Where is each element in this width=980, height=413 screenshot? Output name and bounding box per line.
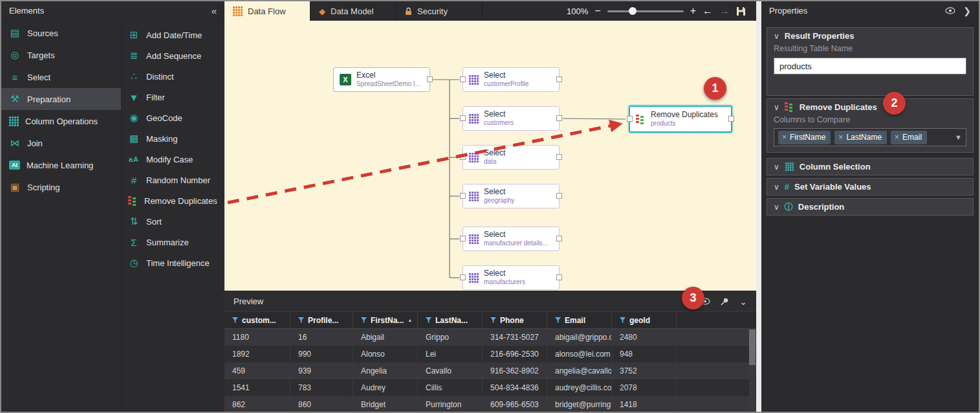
chip-lastname[interactable]: × LastName — [834, 131, 887, 144]
prep-item-sort[interactable]: ⇅ Sort — [122, 211, 224, 232]
resulting-table-name-input[interactable] — [774, 58, 966, 74]
tab-data-flow[interactable]: Data Flow — [224, 1, 310, 21]
back-arrow-button[interactable]: ← — [702, 5, 713, 17]
time-intelligence-icon: ◷ — [128, 257, 140, 269]
tab-data-model[interactable]: ◆ Data Model — [310, 1, 397, 21]
input-connector[interactable] — [460, 115, 466, 121]
input-connector[interactable] — [460, 193, 466, 199]
prep-item-label: Modify Case — [146, 155, 193, 164]
output-connector[interactable] — [556, 236, 562, 241]
save-icon[interactable] — [736, 6, 746, 16]
collapse-panel-icon[interactable]: « — [212, 5, 217, 16]
sidebar-item-sources[interactable]: ▤ Sources — [1, 22, 121, 44]
prep-item-time-intelligence[interactable]: ◷ Time Intelligence — [122, 252, 224, 273]
dropdown-arrow-icon[interactable]: ▼ — [955, 133, 962, 141]
table-row[interactable]: 1541 783 Audrey Cillis 504-834-4836 audr… — [224, 379, 756, 396]
collapse-properties-icon[interactable]: ❯ — [963, 6, 971, 16]
sidebar-item-scripting[interactable]: ▣ Scripting — [1, 176, 121, 198]
prep-item-add-datetime[interactable]: ⊞ Add Date/Time — [122, 25, 224, 45]
select-node-customers[interactable]: Select customers — [463, 106, 560, 131]
table-row[interactable]: 1892 990 Alonso Lei 216-696-2530 alonso@… — [224, 346, 756, 363]
prep-item-add-sequence[interactable]: ≣ Add Sequence — [122, 45, 224, 66]
prep-item-geocode[interactable]: ◉ GeoCode — [122, 107, 224, 128]
zoom-in-button[interactable]: + — [690, 5, 696, 17]
chip-email[interactable]: × Email — [891, 131, 927, 144]
pin-icon[interactable] — [721, 297, 729, 306]
prep-item-summarize[interactable]: Σ Summarize — [122, 232, 224, 252]
prep-item-random-number[interactable]: # Random Number — [122, 170, 224, 190]
panel-splitter[interactable] — [756, 1, 761, 413]
column-selection-section-header[interactable]: ∨ Column Selection — [767, 158, 974, 175]
remove-chip-icon[interactable]: × — [838, 133, 843, 142]
column-operations-icon — [9, 117, 19, 126]
prep-item-remove-duplicates[interactable]: Remove Duplicates — [122, 190, 224, 211]
column-header-geoid[interactable]: geoId — [612, 312, 677, 328]
remove-duplicates-node[interactable]: Remove Duplicates products — [629, 106, 732, 133]
scrollbar-thumb[interactable] — [749, 329, 756, 365]
table-row[interactable]: 459 939 Angelia Cavallo 916-362-8902 ang… — [224, 363, 756, 379]
input-connector[interactable] — [460, 236, 466, 241]
select-node-manufacturer-details[interactable]: Select manufacturer details... — [463, 227, 560, 251]
result-properties-section-header[interactable]: ∨ Result Properties — [767, 28, 973, 44]
remove-chip-icon[interactable]: × — [895, 133, 899, 142]
column-header-customerid[interactable]: custom... — [224, 312, 290, 328]
prep-item-distinct[interactable]: ∴ Distinct — [122, 66, 224, 87]
zoom-slider[interactable] — [607, 10, 684, 12]
sidebar-item-machine-learning[interactable]: AI Machine Learning — [1, 154, 121, 176]
column-header-firstname[interactable]: FirstNa... ▲ — [353, 312, 418, 328]
zoom-slider-thumb[interactable] — [629, 7, 637, 15]
column-header-lastname[interactable]: LastNa... — [418, 312, 483, 328]
set-variable-values-section-header[interactable]: ∨ # Set Variable Values — [767, 178, 974, 195]
column-header-email[interactable]: Email — [547, 312, 612, 328]
sidebar-item-join[interactable]: ⋈ Join — [1, 132, 121, 154]
cell: 939 — [290, 363, 353, 379]
output-connector[interactable] — [556, 76, 562, 82]
column-header-phone[interactable]: Phone — [483, 312, 547, 328]
sidebar-item-label: Join — [27, 139, 43, 148]
select-grid-icon — [469, 273, 479, 283]
columns-to-compare-combobox[interactable]: × FirstName × LastName × Email ▼ — [774, 128, 966, 146]
input-connector[interactable] — [460, 76, 466, 82]
select-node-geography[interactable]: Select geography — [463, 184, 560, 208]
remove-chip-icon[interactable]: × — [782, 133, 787, 142]
output-connector[interactable] — [556, 274, 562, 280]
sidebar-item-targets[interactable]: ◎ Targets — [1, 44, 121, 66]
output-connector[interactable] — [556, 115, 562, 121]
table-row[interactable]: 1180 16 Abigail Grippo 314-731-5027 abig… — [224, 329, 756, 346]
output-connector[interactable] — [556, 154, 562, 160]
output-connector[interactable] — [427, 76, 433, 82]
prep-item-filter[interactable]: ▼ Filter — [122, 87, 224, 107]
forward-arrow-button[interactable]: → — [719, 5, 730, 17]
sidebar-item-preparation[interactable]: ⚒ Preparation — [1, 88, 121, 110]
remove-duplicates-section-header[interactable]: ∨ Remove Duplicates — [767, 99, 973, 115]
collapse-preview-icon[interactable]: ⌄ — [739, 296, 747, 307]
sidebar-item-select[interactable]: ≡ Select — [1, 66, 121, 88]
node-title: Select — [484, 110, 514, 119]
sort-ascending-icon: ▲ — [408, 318, 412, 322]
node-title: Select — [484, 188, 514, 197]
column-header-label: Phone — [500, 316, 524, 325]
zoom-out-button[interactable]: − — [594, 5, 600, 17]
select-node-data[interactable]: Select data — [463, 145, 560, 170]
prep-item-masking[interactable]: ▦ Masking — [122, 128, 224, 149]
select-node-customer-profile[interactable]: Select customerProfile — [463, 67, 560, 92]
input-connector[interactable] — [460, 274, 466, 280]
eye-icon[interactable] — [945, 7, 955, 14]
select-node-manufacturers[interactable]: Select manufacturers — [463, 265, 560, 290]
output-connector[interactable] — [728, 116, 734, 122]
tab-security[interactable]: Security — [397, 1, 483, 21]
section-title: Result Properties — [785, 31, 855, 41]
excel-source-node[interactable]: X Excel SpreadSheetDemo I... — [333, 67, 430, 92]
output-connector[interactable] — [556, 193, 562, 199]
input-connector[interactable] — [460, 154, 466, 160]
description-section-header[interactable]: ∨ ⓘ Description — [767, 198, 974, 216]
prep-item-label: GeoCode — [146, 113, 182, 123]
prep-item-modify-case[interactable]: aA Modify Case — [122, 149, 224, 170]
sidebar-item-column-operations[interactable]: Column Operations — [1, 110, 121, 132]
preview-scrollbar[interactable] — [749, 329, 756, 413]
input-connector[interactable] — [627, 116, 633, 122]
column-header-profile[interactable]: Profile... — [290, 312, 353, 328]
chip-firstname[interactable]: × FirstName — [778, 131, 831, 144]
data-flow-canvas[interactable]: X Excel SpreadSheetDemo I... Select cust… — [224, 21, 756, 291]
table-row[interactable]: 862 860 Bridget Purrington 609-965-6503 … — [224, 396, 756, 413]
